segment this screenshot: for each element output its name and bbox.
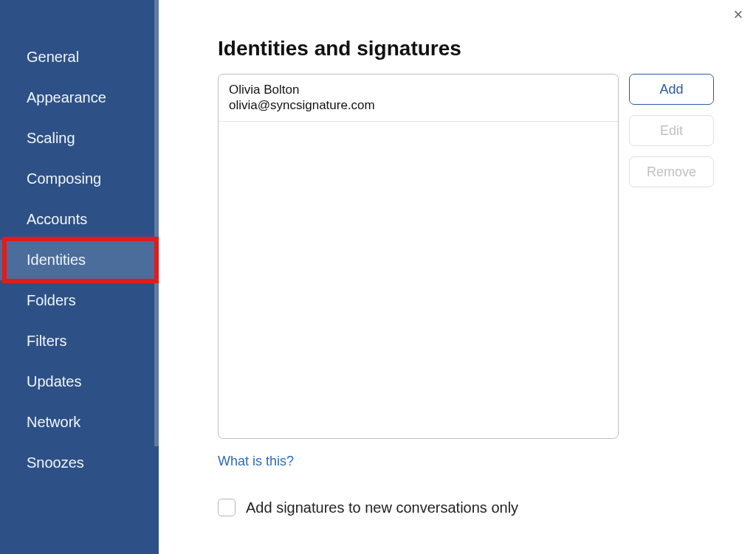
edit-button: Edit (629, 115, 714, 146)
sidebar-item-folders[interactable]: Folders (0, 280, 159, 321)
sidebar-item-general[interactable]: General (0, 37, 159, 77)
sidebar-item-label: Identities (27, 252, 86, 268)
sidebar-item-label: Filters (27, 333, 66, 349)
sidebar-item-label: Scaling (27, 130, 75, 146)
sidebar-item-label: Appearance (27, 89, 106, 105)
sidebar-item-accounts[interactable]: Accounts (0, 199, 159, 240)
add-button[interactable]: Add (629, 74, 714, 105)
page-title: Identities and signatures (218, 37, 741, 60)
sidebar-item-filters[interactable]: Filters (0, 321, 159, 361)
sidebar-item-label: Snoozes (27, 454, 84, 471)
identity-item[interactable]: Olivia Bolton olivia@syncsignature.com (219, 75, 618, 122)
settings-sidebar: General Appearance Scaling Composing Acc… (0, 0, 159, 554)
add-signatures-new-convos-checkbox[interactable] (218, 499, 236, 516)
signature-option-row: Add signatures to new conversations only (218, 499, 741, 516)
identity-actions: Add Edit Remove (629, 74, 714, 187)
sidebar-item-network[interactable]: Network (0, 402, 159, 443)
sidebar-item-updates[interactable]: Updates (0, 361, 159, 402)
sidebar-item-label: Updates (27, 373, 82, 389)
sidebar-item-label: Network (27, 414, 80, 430)
sidebar-item-identities[interactable]: Identities (0, 240, 159, 280)
identity-email: olivia@syncsignature.com (229, 97, 608, 113)
main-panel: Identities and signatures Olivia Bolton … (159, 0, 756, 554)
identity-name: Olivia Bolton (229, 82, 608, 97)
sidebar-item-label: Composing (27, 170, 101, 187)
sidebar-item-label: Accounts (27, 211, 87, 227)
sidebar-item-label: General (27, 49, 79, 65)
settings-layout: General Appearance Scaling Composing Acc… (0, 0, 756, 554)
sidebar-item-snoozes[interactable]: Snoozes (0, 443, 159, 483)
sidebar-item-appearance[interactable]: Appearance (0, 77, 159, 118)
identities-row: Olivia Bolton olivia@syncsignature.com A… (218, 74, 741, 439)
sidebar-item-label: Folders (27, 292, 76, 308)
checkbox-label: Add signatures to new conversations only (246, 499, 518, 516)
help-link[interactable]: What is this? (218, 454, 294, 469)
sidebar-item-scaling[interactable]: Scaling (0, 118, 159, 159)
identities-list[interactable]: Olivia Bolton olivia@syncsignature.com (218, 74, 619, 439)
remove-button: Remove (629, 156, 714, 187)
sidebar-item-composing[interactable]: Composing (0, 159, 159, 199)
